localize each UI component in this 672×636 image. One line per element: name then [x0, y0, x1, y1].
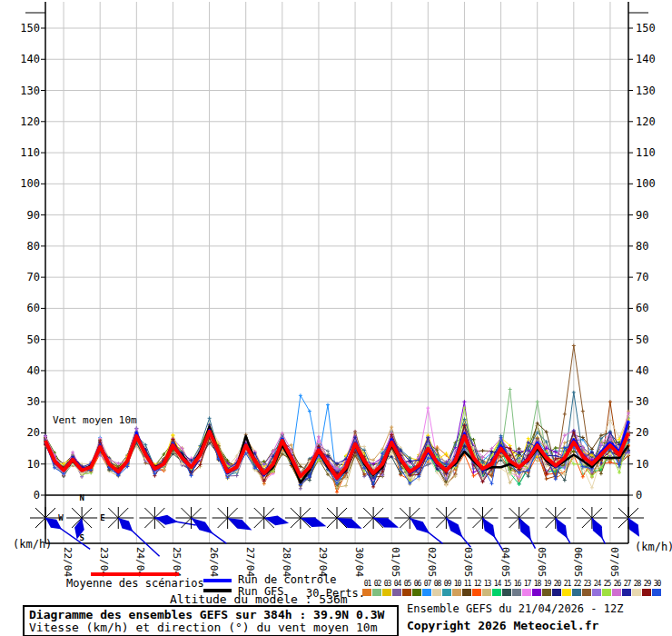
y-tick-label-left: 20 — [27, 426, 40, 439]
legend-mean-line-sample — [91, 572, 179, 576]
unit-label-right: (km/h) — [635, 541, 672, 553]
y-tick-label-right: 40 — [636, 364, 648, 377]
run-info-label: Ensemble GEFS du 21/04/2026 - 12Z — [407, 602, 623, 615]
wind-arrow — [592, 518, 603, 539]
pert-color-swatch — [362, 589, 371, 596]
pert-number: 22 — [572, 580, 582, 588]
pert-color-swatch — [632, 589, 641, 596]
pert-number: 27 — [622, 580, 632, 588]
pert-number: 23 — [582, 580, 592, 588]
date-label: 22/04 — [62, 547, 74, 577]
pert-color-swatch — [452, 589, 461, 596]
meteogram-page: { "axes": { "unit_left": "(km/h)", "unit… — [0, 0, 672, 636]
pert-number: 16 — [512, 580, 522, 588]
y-tick-label-left: 60 — [27, 302, 40, 314]
y-tick-label-right: 90 — [636, 209, 648, 222]
pert-color-swatch — [592, 589, 601, 596]
y-tick-label-right: 20 — [636, 426, 648, 439]
y-tick-label-right: 30 — [636, 395, 648, 408]
pert-19: 19 — [542, 580, 552, 596]
date-label: 01/05 — [390, 547, 401, 577]
pert-number: 02 — [372, 580, 382, 588]
pert-08: 08 — [432, 580, 442, 596]
pert-color-swatch — [482, 589, 491, 596]
pert-number: 20 — [552, 580, 562, 588]
pert-color-swatch — [562, 589, 571, 596]
pert-18: 18 — [532, 580, 542, 596]
pert-11: 11 — [462, 580, 472, 596]
pert-number: 24 — [592, 580, 602, 588]
pert-color-swatch — [372, 589, 381, 596]
pert-color-swatch — [402, 589, 411, 596]
wind-arrow — [410, 518, 430, 533]
date-label: 02/05 — [426, 547, 438, 577]
wind-inline-label: Vent moyen 10m — [53, 414, 137, 426]
pert-number: 01 — [362, 580, 372, 588]
pert-09: 09 — [442, 580, 452, 596]
compass-label-n: N — [79, 493, 84, 502]
wind-arrow — [228, 518, 252, 531]
pert-30: 30 — [652, 580, 662, 596]
pert-24: 24 — [592, 580, 602, 596]
wind-arrow — [118, 518, 133, 532]
pert-number: 18 — [532, 580, 542, 588]
pert-03: 03 — [382, 580, 392, 596]
pert-22: 22 — [572, 580, 582, 596]
y-tick-label-right: 80 — [636, 240, 648, 253]
pert-number: 08 — [432, 580, 442, 588]
perts-color-strip: 0102030405060708091011121314151617181920… — [362, 580, 667, 596]
wind-arrow — [519, 518, 531, 541]
legend-mean-label: Moyenne des scénarios — [66, 577, 204, 590]
pert-color-swatch — [652, 589, 661, 596]
date-label: 26/04 — [208, 547, 220, 577]
pert-number: 13 — [482, 580, 492, 588]
pert-number: 03 — [382, 580, 392, 588]
pert-color-swatch — [602, 589, 611, 596]
y-tick-label-right: 0 — [636, 489, 642, 502]
pert-color-swatch — [502, 589, 511, 596]
y-tick-label-left: 50 — [27, 333, 40, 346]
pert-14: 14 — [492, 580, 502, 596]
footer-info-box: Diagramme des ensembles GEFS sur 384h : … — [23, 605, 399, 636]
pert-number: 17 — [522, 580, 532, 588]
pert-color-swatch — [622, 589, 631, 596]
pert-07: 07 — [422, 580, 432, 596]
y-tick-label-right: 120 — [636, 115, 656, 128]
y-tick-label-right: 60 — [636, 302, 648, 314]
y-tick-label-right: 140 — [636, 53, 656, 65]
y-tick-label-left: 10 — [27, 458, 40, 471]
unit-label-left: (km/h) — [13, 538, 52, 551]
pert-12: 12 — [472, 580, 482, 596]
pert-number: 19 — [542, 580, 552, 588]
wind-arrow — [556, 518, 568, 539]
date-label: 06/05 — [572, 547, 584, 577]
wind-arrow — [446, 518, 462, 537]
pert-color-swatch — [582, 589, 591, 596]
pert-color-swatch — [532, 589, 541, 596]
wind-arrow — [628, 518, 639, 537]
y-tick-label-left: 120 — [20, 115, 40, 128]
pert-number: 29 — [642, 580, 652, 588]
pert-color-swatch — [542, 589, 551, 596]
legend-control-line-sample — [203, 579, 232, 582]
pert-number: 21 — [562, 580, 572, 588]
y-tick-label-right: 150 — [636, 22, 656, 35]
pert-color-swatch — [612, 589, 621, 596]
y-tick-label-left: 130 — [20, 84, 40, 97]
pert-color-swatch — [442, 589, 451, 596]
pert-number: 10 — [452, 580, 462, 588]
pert-05: 05 — [402, 580, 412, 596]
wind-arrow — [264, 516, 289, 526]
pert-number: 14 — [492, 580, 502, 588]
pert-color-swatch — [462, 589, 471, 596]
y-tick-label-right: 70 — [636, 271, 648, 283]
date-label: 05/05 — [536, 547, 548, 577]
pert-number: 04 — [392, 580, 402, 588]
y-tick-label-left: 140 — [20, 53, 40, 65]
pert-10: 10 — [452, 580, 462, 596]
pert-color-swatch — [472, 589, 481, 596]
pert-color-swatch — [552, 589, 561, 596]
wind-arrow — [154, 515, 178, 525]
pert-color-swatch — [432, 589, 441, 596]
pert-color-swatch — [522, 589, 531, 596]
